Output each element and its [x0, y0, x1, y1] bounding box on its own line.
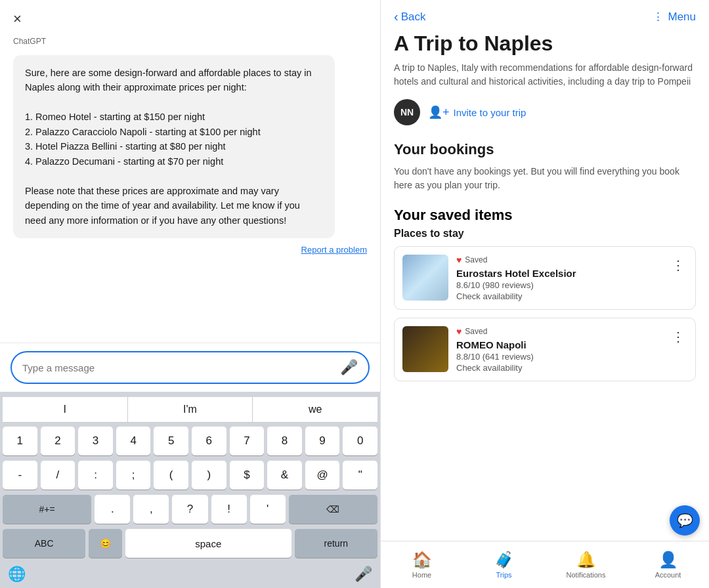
- invite-row: NN 👤+ Invite to your trip: [394, 99, 696, 125]
- key-comma[interactable]: ,: [133, 495, 169, 524]
- home-icon: 🏠: [412, 551, 432, 569]
- trips-icon: 🧳: [494, 551, 514, 569]
- trip-title: A Trip to Naples: [394, 31, 696, 56]
- report-link[interactable]: Report a problem: [13, 245, 367, 255]
- key-colon[interactable]: :: [78, 461, 113, 490]
- key-8[interactable]: 8: [267, 427, 302, 455]
- float-chat-button[interactable]: 💬: [670, 505, 700, 536]
- nav-home-label: Home: [412, 571, 431, 579]
- account-icon: 👤: [658, 551, 678, 569]
- hotel-availability-2[interactable]: Check availability: [456, 363, 661, 373]
- microphone-icon[interactable]: 🎤: [340, 359, 358, 376]
- chevron-left-icon: ‹: [394, 9, 398, 24]
- key-emoji[interactable]: 😊: [89, 529, 122, 558]
- close-button[interactable]: ×: [13, 12, 22, 26]
- nav-home[interactable]: 🏠 Home: [381, 551, 463, 579]
- bookings-title: Your bookings: [394, 141, 696, 158]
- nav-notifications-label: Notifications: [567, 571, 606, 579]
- key-6[interactable]: 6: [192, 427, 226, 455]
- invite-label: Invite to your trip: [454, 107, 526, 118]
- key-1[interactable]: 1: [3, 427, 37, 455]
- key-0[interactable]: 0: [343, 427, 377, 455]
- key-7[interactable]: 7: [230, 427, 265, 455]
- hotel-info-2: ♥ Saved ROMEO Napoli 8.8/10 (641 reviews…: [456, 326, 661, 373]
- key-4[interactable]: 4: [116, 427, 151, 455]
- kb-microphone-icon[interactable]: 🎤: [354, 566, 372, 583]
- chat-bubble: Sure, here are some design-forward and a…: [13, 55, 335, 238]
- key-return[interactable]: return: [295, 529, 377, 558]
- user-avatar: NN: [394, 99, 420, 125]
- hotel-availability-1[interactable]: Check availability: [456, 291, 661, 301]
- bookings-desc: You don't have any bookings yet. But you…: [394, 165, 696, 192]
- nav-account[interactable]: 👤 Account: [627, 551, 709, 579]
- message-input-row: 🎤: [11, 351, 370, 384]
- saved-text-1: Saved: [465, 255, 487, 264]
- places-label: Places to stay: [394, 228, 696, 240]
- saved-badge-1: ♥ Saved: [456, 255, 661, 265]
- key-close-paren[interactable]: ): [192, 461, 226, 490]
- key-apostrophe[interactable]: ': [250, 495, 286, 524]
- key-at[interactable]: @: [305, 461, 340, 490]
- key-quote[interactable]: ": [343, 461, 377, 490]
- message-input[interactable]: [22, 362, 340, 373]
- keyboard: I I'm we 1 2 3 4 5 6 7 8 9 0 - / : ; ( )…: [0, 392, 380, 588]
- hotel-card-2: ♥ Saved ROMEO Napoli 8.8/10 (641 reviews…: [394, 318, 696, 381]
- hotel-more-button-2[interactable]: ⋮: [669, 326, 687, 347]
- key-space[interactable]: space: [125, 529, 291, 558]
- key-question[interactable]: ?: [172, 495, 207, 524]
- key-exclaim[interactable]: !: [211, 495, 247, 524]
- key-row-numbers: 1 2 3 4 5 6 7 8 9 0: [3, 427, 377, 455]
- hotel-more-button-1[interactable]: ⋮: [669, 255, 687, 276]
- key-open-paren[interactable]: (: [154, 461, 188, 490]
- notifications-icon: 🔔: [576, 551, 596, 569]
- hotel-card-1: ♥ Saved Eurostars Hotel Excelsior 8.6/10…: [394, 246, 696, 310]
- key-hash[interactable]: #+=: [3, 495, 91, 524]
- chatgpt-label: ChatGPT: [0, 33, 380, 49]
- saved-title: Your saved items: [394, 207, 696, 224]
- globe-icon[interactable]: 🌐: [8, 566, 26, 583]
- heart-icon-2: ♥: [456, 326, 462, 337]
- key-9[interactable]: 9: [305, 427, 340, 455]
- nav-notifications[interactable]: 🔔 Notifications: [545, 551, 627, 579]
- hotel-name-2: ROMEO Napoli: [456, 339, 661, 350]
- key-backspace[interactable]: ⌫: [289, 495, 377, 524]
- add-person-icon: 👤+: [428, 105, 450, 119]
- key-slash[interactable]: /: [41, 461, 75, 490]
- saved-badge-2: ♥ Saved: [456, 326, 661, 337]
- hotel-image-1: [402, 255, 448, 301]
- key-abc[interactable]: ABC: [3, 529, 85, 558]
- key-period[interactable]: .: [95, 495, 130, 524]
- menu-button[interactable]: ⋮ Menu: [653, 10, 696, 24]
- key-row-mixed: #+= . , ? ! ' ⌫: [3, 495, 377, 524]
- nav-account-label: Account: [655, 571, 681, 579]
- suggestion-we[interactable]: we: [253, 397, 377, 422]
- heart-icon-1: ♥: [456, 255, 462, 265]
- nav-trips-label: Trips: [496, 571, 511, 579]
- bottom-nav: 🏠 Home 🧳 Trips 🔔 Notifications 👤 Account: [381, 541, 709, 588]
- hotel-info-1: ♥ Saved Eurostars Hotel Excelsior 8.6/10…: [456, 255, 661, 301]
- key-5[interactable]: 5: [154, 427, 188, 455]
- right-panel: ‹ Back ⋮ Menu A Trip to Naples A trip to…: [381, 0, 709, 588]
- left-panel: × ChatGPT Sure, here are some design-for…: [0, 0, 381, 588]
- invite-button[interactable]: 👤+ Invite to your trip: [428, 105, 526, 119]
- saved-text-2: Saved: [465, 327, 487, 336]
- chat-icon: 💬: [677, 513, 693, 528]
- key-ampersand[interactable]: &: [267, 461, 302, 490]
- keyboard-suggestions: I I'm we: [3, 397, 377, 423]
- right-content: A Trip to Naples A trip to Naples, Italy…: [381, 31, 709, 541]
- chat-area: Sure, here are some design-forward and a…: [0, 49, 380, 343]
- key-2[interactable]: 2: [41, 427, 75, 455]
- nav-trips[interactable]: 🧳 Trips: [463, 551, 545, 579]
- key-semicolon[interactable]: ;: [116, 461, 151, 490]
- back-label: Back: [401, 10, 426, 24]
- key-3[interactable]: 3: [78, 427, 113, 455]
- input-area: 🎤: [0, 343, 380, 392]
- back-button[interactable]: ‹ Back: [394, 9, 425, 24]
- hotel-name-1: Eurostars Hotel Excelsior: [456, 268, 661, 279]
- suggestion-i[interactable]: I: [3, 397, 128, 422]
- key-row-bottom: ABC 😊 space return: [3, 529, 377, 558]
- suggestion-im[interactable]: I'm: [128, 397, 253, 422]
- left-header: ×: [0, 0, 380, 33]
- key-dash[interactable]: -: [3, 461, 37, 490]
- key-dollar[interactable]: $: [230, 461, 265, 490]
